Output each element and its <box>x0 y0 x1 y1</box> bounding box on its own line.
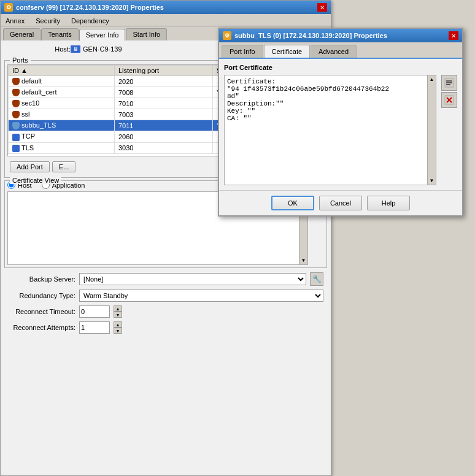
edit-icon <box>444 77 455 88</box>
tab-port-info[interactable]: Port Info <box>222 45 263 58</box>
delete-icon <box>444 94 455 106</box>
menu-dependency[interactable]: Dependency <box>69 17 112 25</box>
port-id: ssl <box>9 109 115 120</box>
port-number: 3030 <box>114 142 212 153</box>
col-id: ID ▲ <box>9 66 115 76</box>
bg-menubar: Annex Security Dependency <box>1 14 331 26</box>
help-button[interactable]: Help <box>367 196 410 210</box>
backup-server-row: Backup Server: [None] 🔧 <box>3 271 328 288</box>
tab-server-info[interactable]: Server Info <box>79 29 126 41</box>
port-number: 7003 <box>114 109 212 120</box>
reconnect-timeout-row: Reconnect Timeout: ▲ ▼ <box>3 304 328 320</box>
tab-start-info[interactable]: Start Info <box>126 28 167 40</box>
port-number: 7011 <box>114 120 212 131</box>
edit-port-button[interactable]: E... <box>52 161 76 172</box>
cert-area: Certificate: "94 1f43573f1b24c06abe59bfd… <box>224 75 457 185</box>
bg-titlebar-icon: ⚙ <box>4 3 13 12</box>
cert-delete-button[interactable] <box>441 92 457 108</box>
fg-dialog-buttons: OK Cancel Help <box>219 190 462 215</box>
fg-titlebar: ⚙ subbu_TLS (0) [172.24.130.139:2020] Pr… <box>219 29 462 42</box>
cert-text: Certificate: "94 1f43573f1b24c06abe59bfd… <box>225 75 436 185</box>
col-listening-port: Listening port <box>114 66 212 76</box>
bg-window-title: confserv (99) [172.24.130.139:2020] Prop… <box>16 4 164 11</box>
port-id: default <box>9 76 115 87</box>
menu-annex[interactable]: Annex <box>3 17 27 25</box>
reconnect-timeout-spinner: ▲ ▼ <box>114 305 122 318</box>
fg-dialog-title: subbu_TLS (0) [172.24.130.139:2020] Prop… <box>234 32 387 39</box>
reconnect-attempts-up[interactable]: ▲ <box>114 321 122 328</box>
redundancy-type-label: Redundancy Type: <box>8 292 75 299</box>
reconnect-attempts-down[interactable]: ▼ <box>114 328 122 334</box>
port-id: TLS <box>9 142 115 153</box>
redundancy-type-row: Redundancy Type: Warm Standby <box>3 288 328 304</box>
port-id: subbu_TLS <box>9 120 115 131</box>
reconnect-timeout-label: Reconnect Timeout: <box>8 308 75 315</box>
tab-certificate[interactable]: Certificate <box>264 45 311 58</box>
reconnect-attempts-spinner: ▲ ▼ <box>114 321 122 334</box>
port-id: sec10 <box>9 98 115 109</box>
fg-tabs: Port Info Certificate Advanced <box>219 42 462 59</box>
cert-action-buttons <box>441 75 457 185</box>
port-id: TCP <box>9 131 115 142</box>
scroll-down-icon: ▼ <box>430 178 434 183</box>
fg-dialog: ⚙ subbu_TLS (0) [172.24.130.139:2020] Pr… <box>218 28 463 217</box>
backup-server-field: [None] <box>79 273 306 285</box>
port-number: 7010 <box>114 98 212 109</box>
tab-tenants[interactable]: Tenants <box>41 28 79 40</box>
tab-general[interactable]: General <box>3 28 41 40</box>
ok-button[interactable]: OK <box>271 196 314 210</box>
cert-box-scrollbar[interactable]: ▲ ▼ <box>427 75 436 185</box>
reconnect-timeout-down[interactable]: ▼ <box>114 312 122 318</box>
cert-edit-button[interactable] <box>441 75 457 91</box>
bg-close-button[interactable]: ✕ <box>317 3 327 12</box>
reconnect-attempts-row: Reconnect Attempts: ▲ ▼ <box>3 320 328 336</box>
host-icon: 🖥 <box>71 45 80 53</box>
bg-titlebar: ⚙ confserv (99) [172.24.130.139:2020] Pr… <box>1 1 331 14</box>
reconnect-attempts-label: Reconnect Attempts: <box>8 324 75 331</box>
backup-server-browse[interactable]: 🔧 <box>310 272 323 286</box>
tab-advanced[interactable]: Advanced <box>311 45 357 58</box>
fg-titlebar-icon: ⚙ <box>223 31 231 40</box>
ports-section-title: Ports <box>10 56 31 64</box>
backup-server-select[interactable]: [None] <box>79 273 306 285</box>
cancel-button[interactable]: Cancel <box>319 196 362 210</box>
reconnect-timeout-up[interactable]: ▲ <box>114 305 122 312</box>
redundancy-type-select[interactable]: Warm Standby <box>79 290 323 302</box>
fg-section-title: Port Certificate <box>224 64 457 71</box>
reconnect-timeout-input[interactable] <box>79 305 110 318</box>
host-label: Host: <box>3 45 71 53</box>
fg-close-button[interactable]: ✕ <box>449 31 458 40</box>
cert-box: Certificate: "94 1f43573f1b24c06abe59bfd… <box>224 75 436 185</box>
port-number: 2060 <box>114 131 212 142</box>
host-value: GEN-C9-139 <box>83 45 122 53</box>
port-id: default_cert <box>9 87 115 98</box>
cert-view-title: Certificate View <box>10 177 61 184</box>
port-number: 7008 <box>114 87 212 98</box>
scroll-up-icon: ▲ <box>430 77 434 82</box>
reconnect-attempts-input[interactable] <box>79 321 110 334</box>
add-port-button[interactable]: Add Port <box>10 161 50 172</box>
menu-security[interactable]: Security <box>33 17 63 25</box>
port-number: 2020 <box>114 76 212 87</box>
fg-body: Port Certificate Certificate: "94 1f4357… <box>219 59 462 190</box>
backup-server-label: Backup Server: <box>8 275 75 283</box>
